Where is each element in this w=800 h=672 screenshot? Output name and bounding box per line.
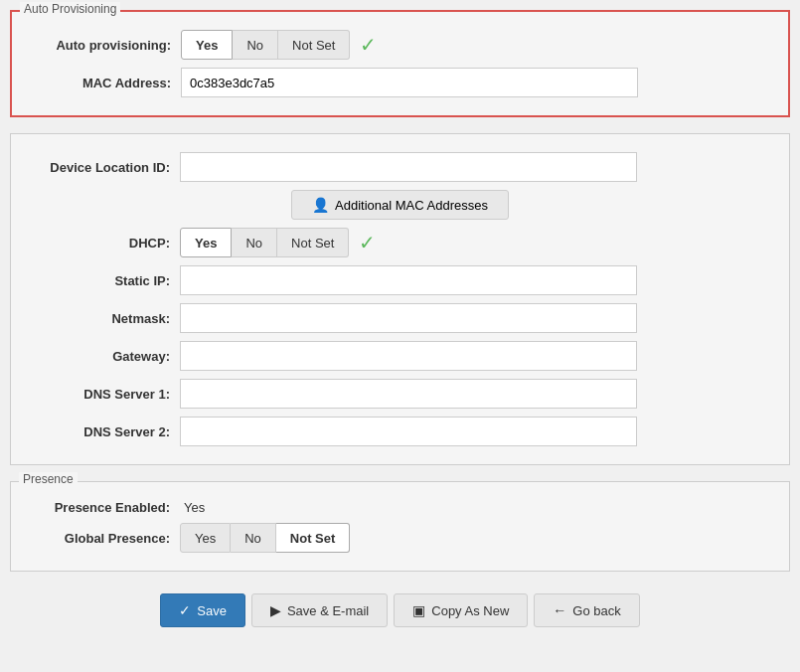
dns2-label: DNS Server 2: [21, 424, 180, 439]
auto-provisioning-label: Auto provisioning: [22, 38, 181, 53]
presence-section: Presence Presence Enabled: Yes Global Pr… [10, 481, 790, 572]
save-label: Save [197, 603, 227, 618]
global-presence-row: Global Presence: Yes No Not Set [11, 523, 789, 553]
global-presence-toggle: Yes No Not Set [180, 523, 350, 553]
save-email-label: Save & E-mail [287, 603, 369, 618]
copy-icon: ▣ [412, 602, 425, 618]
dns1-label: DNS Server 1: [21, 387, 180, 402]
gateway-label: Gateway: [21, 349, 180, 364]
network-section: Device Location ID: 👤 Additional MAC Add… [10, 133, 790, 465]
presence-title: Presence [19, 472, 78, 486]
email-icon: ▶ [270, 602, 281, 618]
mac-address-row: MAC Address: [12, 68, 788, 97]
global-presence-yes[interactable]: Yes [180, 523, 231, 553]
auto-provisioning-check-icon: ✓ [360, 33, 377, 57]
dns2-input[interactable] [180, 417, 637, 446]
static-ip-input[interactable] [180, 265, 637, 295]
go-back-button[interactable]: ← Go back [534, 593, 639, 627]
presence-enabled-value: Yes [184, 500, 205, 515]
global-presence-notset[interactable]: Not Set [276, 523, 351, 553]
dhcp-check-icon: ✓ [359, 231, 376, 254]
dhcp-label: DHCP: [21, 236, 180, 251]
mac-address-label: MAC Address: [22, 76, 181, 90]
netmask-label: Netmask: [21, 311, 180, 326]
auto-provisioning-title: Auto Provisioning [20, 2, 120, 16]
device-location-input[interactable] [180, 152, 637, 182]
mac-address-input[interactable] [181, 68, 638, 97]
static-ip-label: Static IP: [21, 273, 180, 288]
dns1-row: DNS Server 1: [11, 379, 789, 409]
go-back-label: Go back [572, 603, 620, 618]
dns2-row: DNS Server 2: [11, 417, 789, 446]
presence-enabled-label: Presence Enabled: [21, 500, 180, 515]
additional-mac-label: Additional MAC Addresses [335, 198, 488, 213]
dhcp-row: DHCP: Yes No Not Set ✓ [11, 228, 789, 257]
dhcp-notset[interactable]: Not Set [277, 228, 349, 257]
dhcp-no[interactable]: No [232, 228, 277, 257]
netmask-row: Netmask: [11, 303, 789, 333]
auto-provisioning-toggle: Yes No Not Set [181, 30, 350, 60]
save-email-button[interactable]: ▶ Save & E-mail [251, 593, 388, 627]
save-icon: ✓ [179, 602, 191, 618]
global-presence-no[interactable]: No [231, 523, 276, 553]
copy-as-new-label: Copy As New [431, 603, 509, 618]
additional-mac-button[interactable]: 👤 Additional MAC Addresses [291, 190, 509, 220]
netmask-input[interactable] [180, 303, 637, 333]
copy-as-new-button[interactable]: ▣ Copy As New [394, 593, 528, 627]
static-ip-row: Static IP: [11, 265, 789, 295]
auto-provisioning-notset[interactable]: Not Set [278, 30, 350, 60]
additional-mac-row: 👤 Additional MAC Addresses [11, 190, 789, 220]
dhcp-yes[interactable]: Yes [180, 228, 232, 257]
auto-provisioning-section: Auto Provisioning Auto provisioning: Yes… [10, 10, 790, 117]
device-location-row: Device Location ID: [11, 152, 789, 182]
address-book-icon: 👤 [312, 197, 329, 213]
bottom-action-bar: ✓ Save ▶ Save & E-mail ▣ Copy As New ← G… [10, 582, 790, 639]
presence-enabled-row: Presence Enabled: Yes [11, 500, 789, 515]
dhcp-toggle: Yes No Not Set [180, 228, 349, 257]
back-icon: ← [553, 602, 566, 618]
gateway-row: Gateway: [11, 341, 789, 371]
gateway-input[interactable] [180, 341, 637, 371]
auto-provisioning-yes[interactable]: Yes [181, 30, 233, 60]
save-button[interactable]: ✓ Save [160, 593, 245, 627]
auto-provisioning-no[interactable]: No [233, 30, 278, 60]
global-presence-label: Global Presence: [21, 531, 180, 546]
auto-provisioning-row: Auto provisioning: Yes No Not Set ✓ [12, 30, 788, 60]
dns1-input[interactable] [180, 379, 637, 409]
device-location-label: Device Location ID: [21, 160, 180, 175]
